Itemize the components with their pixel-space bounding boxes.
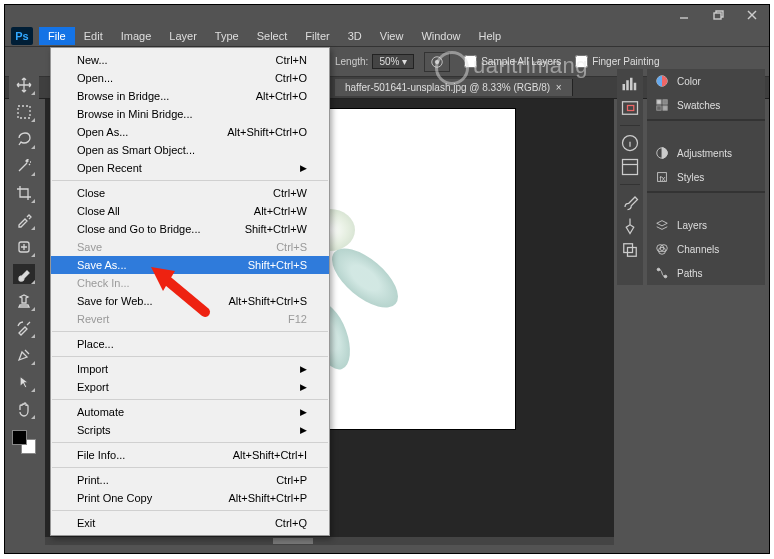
navigator-icon[interactable] [620,99,640,117]
svg-rect-22 [657,106,661,110]
swatches-panel-tab[interactable]: Swatches [647,93,765,117]
info-icon[interactable] [620,134,640,152]
svg-rect-13 [628,106,634,111]
window-minimize-button[interactable] [667,6,701,24]
color-swatches[interactable] [12,430,36,454]
menu-edit[interactable]: Edit [75,27,112,45]
file-menu-place[interactable]: Place... [51,335,329,353]
menu-help[interactable]: Help [470,27,511,45]
file-menu-open[interactable]: Open...Ctrl+O [51,69,329,87]
right-dock: Color Swatches Adjustments fxStyles Laye… [617,69,765,285]
menu-file[interactable]: File [39,27,75,45]
svg-text:fx: fx [659,174,665,183]
file-menu-open-as[interactable]: Open As...Alt+Shift+Ctrl+O [51,123,329,141]
magic-wand-tool[interactable] [13,156,35,176]
file-menu-print[interactable]: Print...Ctrl+P [51,471,329,489]
clone-source-icon[interactable] [620,241,640,259]
length-label: Length: [335,56,368,67]
file-menu-import[interactable]: Import▶ [51,360,329,378]
file-menu-print-one-copy[interactable]: Print One CopyAlt+Shift+Ctrl+P [51,489,329,507]
lasso-tool[interactable] [13,129,35,149]
svg-rect-21 [663,100,667,104]
menu-select[interactable]: Select [248,27,297,45]
file-menu-save: SaveCtrl+S [51,238,329,256]
pen-tool[interactable] [13,345,35,365]
svg-rect-6 [18,106,30,118]
app-window: Ps FileEditImageLayerTypeSelectFilter3DV… [4,4,770,554]
window-restore-button[interactable] [701,6,735,24]
menubar: Ps FileEditImageLayerTypeSelectFilter3DV… [5,25,769,47]
svg-rect-20 [657,100,661,104]
svg-rect-15 [623,160,638,175]
file-menu-close[interactable]: CloseCtrl+W [51,184,329,202]
marquee-tool[interactable] [13,102,35,122]
path-select-tool[interactable] [13,372,35,392]
channels-panel-tab[interactable]: Channels [647,237,765,261]
file-menu-close-and-go-to-bridge[interactable]: Close and Go to Bridge...Shift+Ctrl+W [51,220,329,238]
file-menu-scripts[interactable]: Scripts▶ [51,421,329,439]
histogram-icon[interactable] [620,75,640,93]
titlebar [5,5,769,25]
svg-rect-8 [623,84,626,90]
svg-rect-12 [623,102,638,115]
menu-type[interactable]: Type [206,27,248,45]
file-menu-open-recent[interactable]: Open Recent▶ [51,159,329,177]
file-menu-open-as-smart-object[interactable]: Open as Smart Object... [51,141,329,159]
brush-tool[interactable] [13,264,35,284]
svg-rect-9 [626,80,629,90]
length-field[interactable]: 50% ▾ [372,54,414,69]
file-menu-browse-in-bridge[interactable]: Browse in Bridge...Alt+Ctrl+O [51,87,329,105]
file-menu-browse-in-mini-bridge[interactable]: Browse in Mini Bridge... [51,105,329,123]
crop-tool[interactable] [13,183,35,203]
svg-rect-1 [714,13,721,19]
file-menu-automate[interactable]: Automate▶ [51,403,329,421]
file-menu-new[interactable]: New...Ctrl+N [51,51,329,69]
menu-view[interactable]: View [371,27,413,45]
panel-list: Color Swatches Adjustments fxStyles Laye… [647,69,765,285]
brush-presets-icon[interactable] [620,217,640,235]
file-menu-exit[interactable]: ExitCtrl+Q [51,514,329,532]
svg-rect-11 [634,83,637,91]
move-tool[interactable] [13,75,35,95]
menu-3d[interactable]: 3D [339,27,371,45]
properties-icon[interactable] [620,158,640,176]
file-menu-file-info[interactable]: File Info...Alt+Shift+Ctrl+I [51,446,329,464]
svg-rect-23 [663,106,667,110]
layers-panel-tab[interactable]: Layers [647,213,765,237]
ps-logo: Ps [11,27,33,45]
hand-tool[interactable] [13,399,35,419]
clone-stamp-tool[interactable] [13,291,35,311]
brushes-icon[interactable] [620,193,640,211]
healing-brush-tool[interactable] [13,237,35,257]
menu-layer[interactable]: Layer [160,27,206,45]
svg-rect-10 [630,78,633,91]
horizontal-scrollbar[interactable] [45,537,614,545]
paths-panel-tab[interactable]: Paths [647,261,765,285]
adjustments-panel-tab[interactable]: Adjustments [647,141,765,165]
color-panel-tab[interactable]: Color [647,69,765,93]
annotation-arrow [145,257,215,331]
file-menu-export[interactable]: Export▶ [51,378,329,396]
menu-window[interactable]: Window [412,27,469,45]
collapsed-panel-strip [617,69,643,285]
tool-palette [9,69,39,460]
window-close-button[interactable] [735,6,769,24]
menu-image[interactable]: Image [112,27,161,45]
file-menu-close-all[interactable]: Close AllAlt+Ctrl+W [51,202,329,220]
history-brush-tool[interactable] [13,318,35,338]
eyedropper-tool[interactable] [13,210,35,230]
styles-panel-tab[interactable]: fxStyles [647,165,765,189]
menu-filter[interactable]: Filter [296,27,338,45]
